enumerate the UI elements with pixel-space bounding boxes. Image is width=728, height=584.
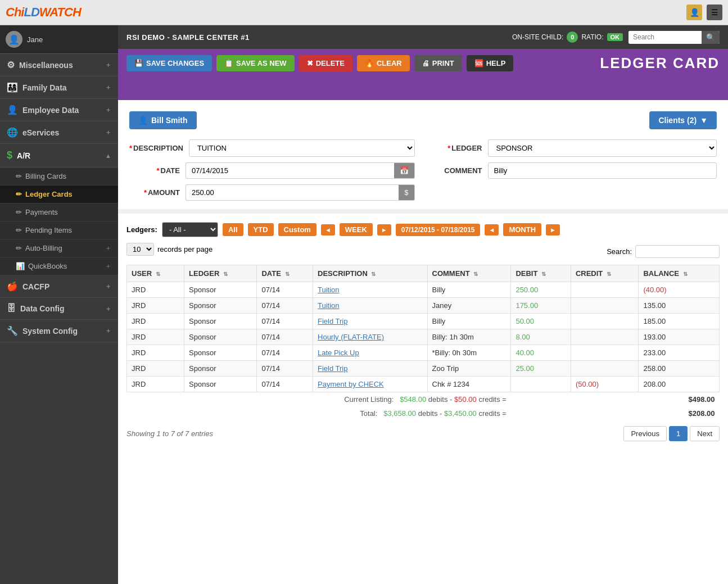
filter-week-btn[interactable]: WEEK [340, 223, 373, 236]
cell-debit [511, 377, 571, 392]
ledger-label: *LEDGER [432, 144, 482, 152]
cell-credit [571, 298, 639, 314]
sidebar-item-label: Family Data [22, 83, 67, 92]
save-changes-button[interactable]: 💾 SAVE CHANGES [126, 55, 212, 71]
cell-description[interactable]: Hourly (FLAT-RATE) [313, 329, 427, 345]
sidebar-item-quickbooks[interactable]: 📊 QuickBooks ＋ [0, 257, 118, 275]
cell-balance: 135.00 [639, 298, 720, 314]
clients-button[interactable]: Clients (2) ▼ [649, 111, 717, 129]
cell-balance: 193.00 [639, 329, 720, 345]
clear-button[interactable]: 🔥 CLEAR [357, 55, 410, 71]
system-config-icon: 🔧 [7, 325, 18, 336]
sidebar-item-employee-data[interactable]: 👤 Employee Data ＋ [0, 99, 118, 121]
filter-next-btn[interactable]: ► [377, 224, 391, 236]
cell-description[interactable]: Tuition [313, 298, 427, 314]
description-row: *DESCRIPTION TUITION [129, 139, 415, 157]
amount-input[interactable] [186, 184, 399, 201]
cell-description[interactable]: Tuition [313, 282, 427, 298]
client-name-button[interactable]: 👤 Bill Smith [129, 111, 197, 129]
sidebar-item-pending-items[interactable]: ✏ Pending Items [0, 221, 118, 239]
ledger-filter-select[interactable]: - All - [162, 222, 218, 237]
cell-description[interactable]: Payment by CHECK [313, 377, 427, 392]
calendar-icon[interactable]: 📅 [394, 162, 415, 179]
col-date: DATE ⇅ [257, 265, 313, 282]
cell-ledger: Sponsor [184, 361, 257, 377]
comment-input[interactable] [488, 162, 717, 179]
cell-debit: 40.00 [511, 345, 571, 361]
sidebar-item-billing-cards[interactable]: ✏ Billing Cards [0, 167, 118, 185]
description-link[interactable]: Hourly (FLAT-RATE) [318, 333, 384, 341]
description-link[interactable]: Payment by CHECK [318, 380, 384, 388]
filter-date-range-btn[interactable]: 07/12/2015 - 07/18/2015 [396, 224, 481, 236]
sidebar-item-cacfp[interactable]: 🍎 CACFP ＋ [0, 275, 118, 298]
col-description: DESCRIPTION ⇅ [313, 265, 427, 282]
expand-icon: ＋ [105, 327, 111, 335]
filter-next2-btn[interactable]: ► [546, 224, 560, 236]
description-select[interactable]: TUITION [189, 139, 415, 157]
dollar-icon[interactable]: $ [399, 184, 414, 201]
quickbooks-icon: 📊 [16, 262, 25, 270]
payments-icon: ✏ [16, 208, 22, 216]
cell-description[interactable]: Field Trip [313, 314, 427, 329]
previous-page-btn[interactable]: Previous [623, 426, 667, 441]
pagination-row: Showing 1 to 7 of 7 entries Previous 1 N… [126, 426, 720, 441]
next-page-btn[interactable]: Next [690, 426, 720, 441]
filter-ytd-btn[interactable]: YTD [248, 223, 274, 236]
sidebar-item-eservices[interactable]: 🌐 eServices ＋ [0, 121, 118, 144]
sidebar-item-data-config[interactable]: 🗄 Data Config ＋ [0, 298, 118, 320]
description-link[interactable]: Field Trip [318, 364, 347, 373]
user-icon-btn[interactable]: 👤 [686, 4, 702, 20]
description-link[interactable]: Tuition [318, 301, 340, 310]
date-label: *DATE [129, 166, 180, 175]
ratio-value: OK [607, 33, 623, 41]
header-search-btn[interactable]: 🔍 [702, 31, 720, 44]
description-link[interactable]: Field Trip [318, 317, 347, 325]
center-title: RSI DEMO - SAMPLE CENTER #1 [126, 33, 250, 42]
filter-prev-btn[interactable]: ◄ [321, 224, 335, 236]
menu-icon-btn[interactable]: ☰ [707, 4, 722, 20]
records-search-row: 10 records per page Search: [126, 243, 720, 260]
description-link[interactable]: Late Pick Up [318, 348, 359, 357]
date-row: *DATE 📅 [129, 162, 415, 179]
sidebar-item-system-config[interactable]: 🔧 System Config ＋ [0, 320, 118, 342]
records-per-page-select[interactable]: 10 [126, 243, 154, 256]
sidebar-item-ledger-cards[interactable]: ✏ Ledger Cards [0, 185, 118, 203]
expand-icon: ＋ [105, 128, 111, 137]
description-link[interactable]: Tuition [318, 286, 340, 294]
sidebar-item-auto-billing[interactable]: ✏ Auto-Billing ＋ [0, 239, 118, 257]
cell-description[interactable]: Late Pick Up [313, 345, 427, 361]
date-input[interactable] [186, 162, 394, 179]
total-label: Total: $3,658.00 debits - $3,450.00 cred… [127, 406, 511, 420]
records-per-page: 10 records per page [126, 243, 212, 256]
sidebar-user: 👤 Jane [0, 25, 118, 54]
clear-icon: 🔥 [365, 59, 374, 67]
sidebar-item-payments[interactable]: ✏ Payments [0, 203, 118, 221]
sidebar-item-miscellaneous[interactable]: ⚙ Miscellaneous ＋ [0, 54, 118, 76]
table-header-row: USER ⇅ LEDGER ⇅ DATE ⇅ DESCRIPTION ⇅ COM… [127, 265, 720, 282]
help-button[interactable]: 🆘 HELP [467, 55, 514, 71]
ledger-select[interactable]: SPONSOR [488, 139, 717, 157]
sidebar-item-family-data[interactable]: 👨‍👩‍👧 Family Data ＋ [0, 76, 118, 99]
save-as-new-button[interactable]: 📋 SAVE AS NEW [216, 55, 295, 71]
page-1-btn[interactable]: 1 [669, 426, 688, 441]
cell-user: JRD [127, 329, 184, 345]
filter-all-btn[interactable]: All [223, 223, 243, 236]
header-search-input[interactable] [628, 31, 702, 43]
cell-description[interactable]: Field Trip [313, 361, 427, 377]
table-search-input[interactable] [635, 245, 720, 258]
delete-button[interactable]: ✖ DELETE [299, 55, 352, 71]
ar-icon: $ [7, 150, 12, 161]
records-label: records per page [157, 245, 212, 253]
filter-custom-btn[interactable]: Custom [278, 223, 316, 236]
cell-ledger: Sponsor [184, 377, 257, 392]
sidebar-item-ar[interactable]: $ A/R ▲ [0, 144, 118, 167]
col-debit: DEBIT ⇅ [511, 265, 571, 282]
cell-date: 07/14 [257, 377, 313, 392]
cell-user: JRD [127, 377, 184, 392]
sidebar-item-label: CACFP [22, 282, 49, 291]
filter-month-btn[interactable]: MONTH [503, 223, 541, 236]
filter-prev2-btn[interactable]: ◄ [485, 224, 499, 236]
form-area: 👤 Bill Smith Clients (2) ▼ *DESCRIPTION … [118, 100, 728, 209]
print-button[interactable]: 🖨 PRINT [414, 55, 462, 71]
table-row: JRD Sponsor 07/14 Late Pick Up *Billy: 0… [127, 345, 720, 361]
